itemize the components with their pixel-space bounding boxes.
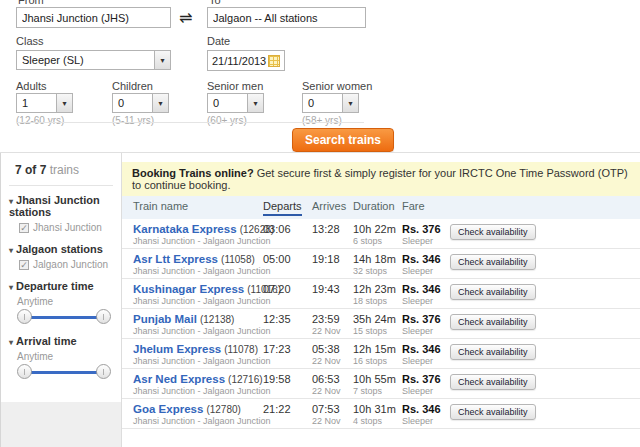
- checkbox-checked-icon[interactable]: ✓: [19, 223, 29, 233]
- duration-value: 12h 15m: [353, 343, 402, 355]
- depart-time: 17:23: [263, 343, 312, 355]
- fare-class: Sleeper: [402, 416, 450, 426]
- slider-track: [23, 316, 105, 319]
- train-name-link[interactable]: Asr Ned Express: [133, 373, 225, 385]
- time-filter-groups: ▾Departure time Anytime ▾Arrival time An…: [15, 280, 113, 380]
- sidebar-filler: [1, 402, 121, 447]
- slider-track: [23, 371, 105, 374]
- train-route: Jhansi Junction - Jalgaon Junction: [133, 416, 263, 426]
- duration-cell: 10h 31m 4 stops: [353, 403, 402, 426]
- train-number: (12138): [200, 314, 234, 325]
- from-input[interactable]: [16, 7, 171, 28]
- availability-cell: Check availability: [450, 253, 634, 270]
- time-range-label: Anytime: [17, 351, 113, 362]
- station-checkbox-row[interactable]: ✓ Jalgaon Junction: [19, 259, 113, 270]
- slider-handle-min[interactable]: [17, 309, 32, 324]
- depart-time: 03:06: [263, 223, 312, 235]
- checkbox-checked-icon[interactable]: ✓: [19, 260, 29, 270]
- slider-handle-max[interactable]: [96, 309, 111, 324]
- fare-value: Rs. 376: [402, 373, 450, 385]
- header-fare[interactable]: Fare: [402, 200, 450, 212]
- header-duration[interactable]: Duration: [353, 200, 402, 212]
- arrives-cell: 06:53 22 Nov: [312, 373, 353, 396]
- filter-title[interactable]: ▾Jhansi Junction stations: [9, 194, 113, 218]
- train-name-cell: Kushinagar Express (11016) Jhansi Juncti…: [133, 283, 263, 306]
- passenger-label: Adults: [16, 80, 47, 92]
- passenger-count-select[interactable]: 0 ▾: [207, 93, 264, 113]
- depart-time: 21:22: [263, 403, 312, 415]
- date-label: Date: [207, 35, 230, 47]
- arrives-cell: 05:38 22 Nov: [312, 343, 353, 366]
- date-input[interactable]: 21/11/2013: [207, 50, 285, 71]
- availability-cell: Check availability: [450, 223, 634, 240]
- train-row: Karnataka Express (12628) Jhansi Junctio…: [122, 219, 640, 249]
- train-route: Jhansi Junction - Jalgaon Junction: [133, 386, 263, 396]
- check-availability-button[interactable]: Check availability: [450, 314, 536, 330]
- train-name-link[interactable]: Punjab Mail: [133, 313, 197, 325]
- arrives-cell: 13:28: [312, 223, 353, 236]
- fare-class: Sleeper: [402, 356, 450, 366]
- passenger-count-select[interactable]: 0 ▾: [112, 93, 169, 113]
- train-name-link[interactable]: Kushinagar Express: [133, 283, 244, 295]
- swap-stations-icon[interactable]: ⇌: [179, 8, 192, 27]
- stops-count: 15 stops: [353, 326, 402, 336]
- train-number: (11078): [224, 344, 258, 355]
- train-name-link[interactable]: Asr Ltt Express: [133, 253, 218, 265]
- availability-cell: Check availability: [450, 283, 634, 300]
- slider-handle-max[interactable]: [96, 364, 111, 379]
- availability-cell: Check availability: [450, 373, 634, 390]
- calendar-icon[interactable]: [268, 55, 280, 67]
- check-availability-button[interactable]: Check availability: [450, 284, 536, 300]
- chevron-down-icon: ▾: [152, 94, 168, 112]
- arrive-time: 19:43: [312, 283, 353, 295]
- chevron-down-icon: ▾: [154, 51, 170, 69]
- depart-time: 12:35: [263, 313, 312, 325]
- filter-title[interactable]: ▾Arrival time: [9, 335, 113, 347]
- results-table-header: Train name Departs Arrives Duration Fare: [122, 196, 640, 219]
- header-arrives[interactable]: Arrives: [312, 200, 353, 212]
- arrive-time: 13:28: [312, 223, 353, 235]
- train-name-link[interactable]: Karnataka Express: [133, 223, 237, 235]
- from-label: From: [18, 0, 44, 6]
- check-availability-button[interactable]: Check availability: [450, 254, 536, 270]
- train-name-link[interactable]: Goa Express: [133, 403, 203, 415]
- station-filter-group: ▾Jalgaon stations ✓ Jalgaon Junction: [15, 243, 113, 270]
- fare-cell: Rs. 376 Sleeper: [402, 223, 450, 246]
- collapse-arrow-icon: ▾: [9, 283, 13, 292]
- duration-cell: 10h 22m 6 stops: [353, 223, 402, 246]
- check-availability-button[interactable]: Check availability: [450, 374, 536, 390]
- station-filter-groups: ▾Jhansi Junction stations ✓ Jhansi Junct…: [15, 194, 113, 270]
- filter-title[interactable]: ▾Departure time: [9, 280, 113, 292]
- check-availability-button[interactable]: Check availability: [450, 224, 536, 240]
- train-number: (12780): [206, 404, 240, 415]
- passenger-age-hint: (58+ yrs): [302, 115, 342, 126]
- fare-cell: Rs. 346 Sleeper: [402, 403, 450, 426]
- train-name-cell: Karnataka Express (12628) Jhansi Junctio…: [133, 223, 263, 246]
- to-input[interactable]: [207, 7, 366, 28]
- date-value: 21/11/2013: [212, 55, 266, 67]
- check-availability-button[interactable]: Check availability: [450, 344, 536, 360]
- time-filter-group: ▾Departure time Anytime: [15, 280, 113, 325]
- train-name-cell: Jhelum Express (11078) Jhansi Junction -…: [133, 343, 263, 366]
- passenger-count-value: 1: [17, 97, 33, 109]
- passenger-count-select[interactable]: 1 ▾: [16, 93, 73, 113]
- time-range-slider: [17, 309, 111, 325]
- train-name-link[interactable]: Jhelum Express: [133, 343, 221, 355]
- duration-cell: 14h 18m 32 stops: [353, 253, 402, 276]
- arrives-cell: 07:53 22 Nov: [312, 403, 353, 426]
- passenger-label: Children: [112, 80, 153, 92]
- passenger-count-select[interactable]: 0 ▾: [302, 93, 359, 113]
- duration-value: 10h 55m: [353, 373, 402, 385]
- class-select[interactable]: Sleeper (SL) ▾: [16, 50, 171, 70]
- check-availability-button[interactable]: Check availability: [450, 404, 536, 420]
- class-select-value: Sleeper (SL): [17, 54, 89, 66]
- time-range-label: Anytime: [17, 296, 113, 307]
- search-trains-button[interactable]: Search trains: [292, 128, 394, 152]
- slider-handle-min[interactable]: [17, 364, 32, 379]
- arrives-cell: 19:18: [312, 253, 353, 266]
- filter-title[interactable]: ▾Jalgaon stations: [9, 243, 113, 255]
- filters-sidebar: 7 of 7 trains ▾Jhansi Junction stations …: [0, 153, 122, 447]
- station-checkbox-row[interactable]: ✓ Jhansi Junction: [19, 222, 113, 233]
- fare-cell: Rs. 376 Sleeper: [402, 313, 450, 336]
- train-number: (12716): [228, 374, 262, 385]
